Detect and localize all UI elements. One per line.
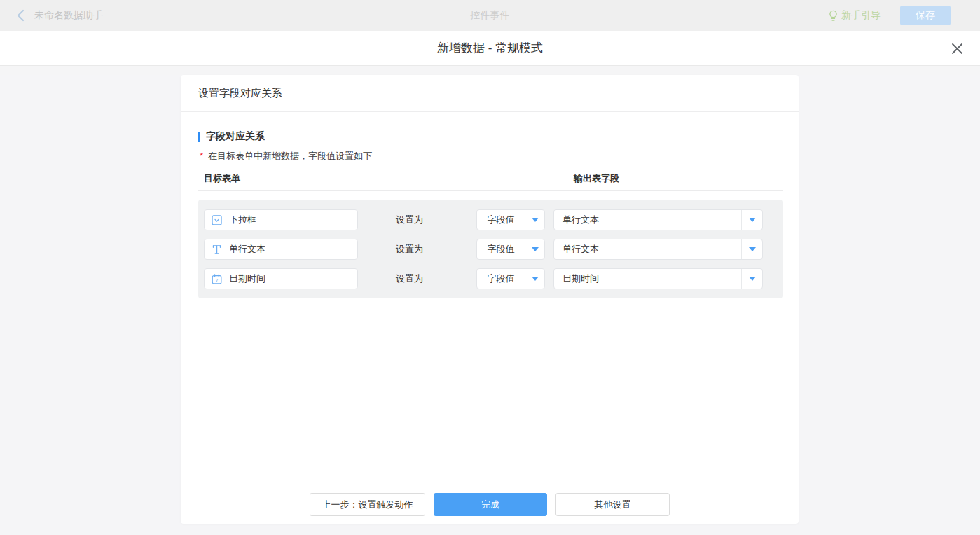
target-field-value: 单行文本 <box>554 239 741 259</box>
target-field-select[interactable]: 单行文本 <box>553 239 763 260</box>
other-settings-button[interactable]: 其他设置 <box>555 493 670 516</box>
value-type-value: 字段值 <box>477 239 525 259</box>
mapping-row: 7 日期时间 设置为 字段值 日期时间 <box>204 268 778 289</box>
mapping-note: * 在目标表单中新增数据，字段值设置如下 <box>198 150 783 162</box>
value-type-select[interactable]: 字段值 <box>476 209 545 230</box>
app-topbar: 未命名数据助手 控件事件 新手引导 保存 <box>0 0 980 31</box>
save-button[interactable]: 保存 <box>900 6 951 25</box>
mapping-row: 下拉框 设置为 字段值 单行文本 <box>204 209 778 230</box>
section-title: 字段对应关系 <box>198 131 783 142</box>
source-field-label: 日期时间 <box>229 272 265 285</box>
required-asterisk: * <box>200 151 203 161</box>
mapping-row: 单行文本 设置为 字段值 单行文本 <box>204 239 778 260</box>
chevron-down-icon <box>525 210 544 230</box>
chevron-down-icon <box>525 269 544 289</box>
target-field-select[interactable]: 日期时间 <box>553 268 763 289</box>
modal-body: 设置字段对应关系 字段对应关系 * 在目标表单中新增数据，字段值设置如下 目标表… <box>0 75 980 535</box>
lightbulb-icon <box>829 10 838 22</box>
source-field-label: 单行文本 <box>229 243 265 256</box>
beginner-guide-link[interactable]: 新手引导 <box>829 9 881 22</box>
note-text: 在目标表单中新增数据，字段值设置如下 <box>208 150 372 162</box>
back-chevron-icon[interactable] <box>17 9 25 22</box>
value-type-select[interactable]: 字段值 <box>476 239 545 260</box>
dropdown-field-icon <box>211 214 222 225</box>
prev-step-button[interactable]: 上一步：设置触发动作 <box>310 493 425 516</box>
source-field-text[interactable]: 单行文本 <box>204 239 358 260</box>
card-header: 设置字段对应关系 <box>181 75 799 112</box>
finish-button[interactable]: 完成 <box>434 493 547 516</box>
close-icon[interactable] <box>949 41 965 56</box>
section-accent-bar <box>198 132 200 142</box>
settings-card: 设置字段对应关系 字段对应关系 * 在目标表单中新增数据，字段值设置如下 目标表… <box>181 75 799 524</box>
target-field-value: 单行文本 <box>554 210 741 230</box>
header-divider <box>198 190 783 191</box>
target-field-value: 日期时间 <box>554 269 741 289</box>
chevron-down-icon <box>741 239 762 259</box>
set-as-label: 设置为 <box>396 272 432 285</box>
modal-title: 新增数据 - 常规模式 <box>437 40 543 56</box>
column-header-source: 目标表单 <box>204 172 240 185</box>
set-as-label: 设置为 <box>396 243 432 256</box>
chevron-down-icon <box>741 210 762 230</box>
card-footer: 上一步：设置触发动作 完成 其他设置 <box>181 485 799 524</box>
calendar-icon: 7 <box>211 273 222 284</box>
value-type-value: 字段值 <box>477 210 525 230</box>
chevron-down-icon <box>741 269 762 289</box>
text-field-icon <box>211 244 222 255</box>
set-as-label: 设置为 <box>396 214 432 226</box>
card-body: 字段对应关系 * 在目标表单中新增数据，字段值设置如下 目标表单 输出表字段 <box>181 112 799 485</box>
mapping-panel: 下拉框 设置为 字段值 单行文本 <box>198 200 783 298</box>
source-field-label: 下拉框 <box>229 214 256 226</box>
calendar-digit: 7 <box>215 277 219 284</box>
source-field-dropdown[interactable]: 下拉框 <box>204 209 358 230</box>
section-label: 字段对应关系 <box>206 130 265 143</box>
modal-header: 新增数据 - 常规模式 <box>0 31 980 66</box>
guide-label: 新手引导 <box>841 9 881 22</box>
value-type-value: 字段值 <box>477 269 525 289</box>
column-headers: 目标表单 输出表字段 <box>198 172 783 184</box>
value-type-select[interactable]: 字段值 <box>476 268 545 289</box>
column-header-target: 输出表字段 <box>574 172 619 185</box>
assistant-title: 未命名数据助手 <box>34 9 103 22</box>
source-field-datetime[interactable]: 7 日期时间 <box>204 268 358 289</box>
chevron-down-icon <box>525 239 544 259</box>
target-field-select[interactable]: 单行文本 <box>553 209 763 230</box>
